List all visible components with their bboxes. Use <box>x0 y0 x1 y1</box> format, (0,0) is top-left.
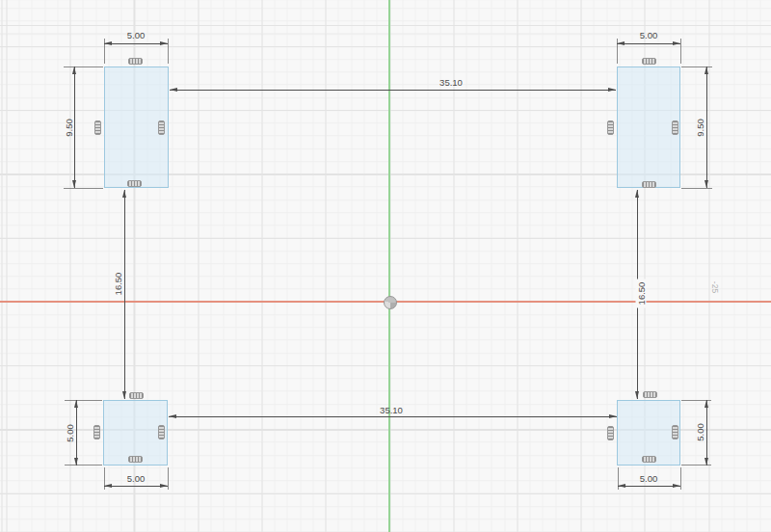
dim-arrow <box>122 391 126 399</box>
extension-line <box>64 66 103 67</box>
slot-marker[interactable] <box>128 58 143 65</box>
slot-marker[interactable] <box>642 58 656 65</box>
dim-arrow <box>618 484 625 488</box>
dimension-line-top-right-height[interactable] <box>706 66 707 188</box>
dim-label-bottom-left-height[interactable]: 5.00 <box>65 419 75 448</box>
dimension-line-bottom-left-width[interactable] <box>104 486 168 487</box>
slot-marker[interactable] <box>158 425 165 439</box>
dim-arrow <box>705 400 708 408</box>
dim-label-bottom-left-width[interactable]: 5.00 <box>121 473 150 484</box>
dim-arrow <box>673 484 680 488</box>
slot-marker[interactable] <box>672 120 678 135</box>
dim-arrow <box>608 88 616 92</box>
dimension-line-top-span[interactable] <box>170 90 616 91</box>
dim-arrow <box>635 391 639 399</box>
dim-arrow <box>609 414 617 418</box>
dimension-line-top-right-width[interactable] <box>617 43 680 44</box>
dim-arrow <box>122 190 126 198</box>
dim-arrow <box>705 180 708 188</box>
extension-line <box>168 467 169 490</box>
dimension-line-top-left-width[interactable] <box>104 43 168 44</box>
dim-label-top-span[interactable]: 35.10 <box>437 77 465 88</box>
slot-marker[interactable] <box>672 425 678 439</box>
dim-label-top-right-height[interactable]: 9.50 <box>695 114 705 143</box>
dim-label-left-span[interactable]: 16.50 <box>113 270 123 299</box>
slot-marker[interactable] <box>127 180 142 187</box>
dim-arrow <box>160 484 168 488</box>
dimension-line-bottom-span[interactable] <box>169 416 617 417</box>
sketch-canvas[interactable]: -25 5.00 5.00 35.10 9.50 <box>0 0 771 532</box>
extension-line <box>65 465 102 466</box>
dim-arrow <box>635 190 639 198</box>
y-axis-line[interactable] <box>388 0 390 532</box>
dimension-line-left-span[interactable] <box>124 190 125 399</box>
dim-arrow <box>169 414 176 418</box>
slot-marker[interactable] <box>158 120 165 135</box>
dimension-line-bottom-right-width[interactable] <box>618 486 680 487</box>
dim-label-top-right-width[interactable]: 5.00 <box>634 30 663 40</box>
dim-label-top-left-width[interactable]: 5.00 <box>121 30 150 40</box>
dim-label-top-left-height[interactable]: 9.50 <box>64 114 74 143</box>
slot-marker[interactable] <box>94 120 101 135</box>
dim-label-right-span[interactable]: 16.50 <box>636 279 647 308</box>
dim-arrow <box>617 41 625 45</box>
dim-arrow <box>74 400 78 408</box>
extension-line <box>64 188 103 189</box>
dim-arrow <box>104 41 112 45</box>
slot-marker[interactable] <box>93 425 100 439</box>
dimension-line-top-left-height[interactable] <box>74 66 75 188</box>
slot-marker[interactable] <box>642 181 656 188</box>
extension-line <box>65 400 102 401</box>
dim-arrow <box>72 180 76 188</box>
dim-arrow <box>104 484 112 488</box>
origin-point-icon[interactable] <box>384 296 397 309</box>
slot-marker[interactable] <box>643 391 657 398</box>
slot-marker[interactable] <box>607 120 614 135</box>
slot-marker[interactable] <box>642 456 656 463</box>
slot-marker[interactable] <box>607 426 614 440</box>
dim-arrow <box>705 66 708 74</box>
dim-arrow <box>705 458 708 466</box>
dim-label-bottom-right-height[interactable]: 5.00 <box>695 418 705 447</box>
extension-line <box>168 39 169 64</box>
grid-coordinate-label: -25 <box>710 279 720 296</box>
dim-label-bottom-span[interactable]: 35.10 <box>377 405 406 415</box>
dim-arrow <box>160 41 168 45</box>
dim-arrow <box>170 88 177 92</box>
dim-arrow <box>72 66 76 74</box>
slot-marker[interactable] <box>129 392 144 399</box>
dim-arrow <box>673 41 680 45</box>
dimension-line-bottom-left-height[interactable] <box>76 400 77 466</box>
dim-arrow <box>74 458 78 466</box>
slot-marker[interactable] <box>128 456 143 463</box>
dimension-line-bottom-right-height[interactable] <box>706 400 707 466</box>
dim-label-bottom-right-width[interactable]: 5.00 <box>634 473 663 484</box>
